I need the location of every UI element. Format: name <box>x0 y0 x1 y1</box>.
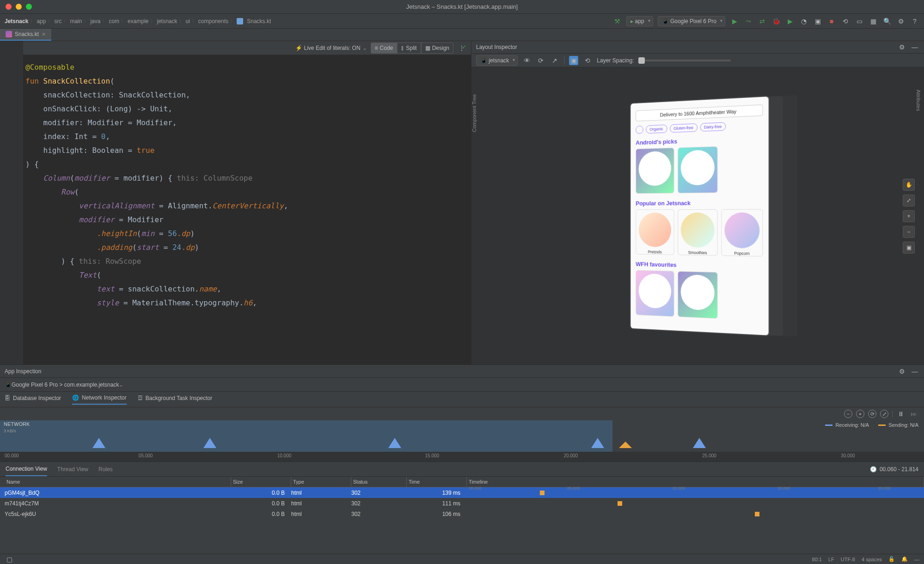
col-name[interactable]: Name <box>5 477 231 487</box>
breadcrumb-item[interactable]: src <box>54 18 61 24</box>
attributes-tab[interactable]: Attributes <box>914 86 923 115</box>
layout-inspector-pane: Layout Inspector ⚙ — 📱 jetsnack 👁 ⟳ ↗ ▣ … <box>471 41 924 364</box>
breadcrumb-item[interactable]: ui <box>186 18 190 24</box>
zoom-in-icon[interactable]: + <box>903 210 915 222</box>
search-icon[interactable]: 🔍 <box>882 17 892 26</box>
rotate-icon[interactable]: ⟲ <box>583 56 592 65</box>
zoom-out-icon[interactable]: − <box>903 226 915 238</box>
tab-connection-view[interactable]: Connection View <box>6 462 47 476</box>
main-toolbar: Jetsnack〉 app〉 src〉 main〉 java〉 com〉 exa… <box>0 14 924 29</box>
hide-panel-icon[interactable]: — <box>910 42 919 52</box>
refresh-icon[interactable]: ⟳ <box>536 56 545 65</box>
run-icon[interactable]: ▶ <box>730 17 739 26</box>
split-view-button[interactable]: ⫿ Split <box>397 42 421 54</box>
readonly-icon[interactable]: 🔓 <box>888 556 895 562</box>
maximize-window-button[interactable] <box>26 4 32 10</box>
code-content[interactable]: @Composable fun SnackCollection( snackCo… <box>0 55 471 315</box>
apply-code-changes-icon[interactable]: ⇄ <box>758 17 767 26</box>
tab-network-inspector[interactable]: 🌐 Network Inspector <box>72 394 127 405</box>
terminal-icon[interactable]: ▢ <box>5 555 14 564</box>
live-edit-toggle[interactable]: ⚡ Live Edit of literals: ON ⌄ <box>295 45 367 51</box>
coverage-icon[interactable]: ▶ <box>785 17 795 26</box>
gear-icon[interactable]: ⚙ <box>897 367 906 376</box>
pause-icon[interactable]: ⏸ <box>896 409 906 418</box>
gear-icon[interactable]: ⚙ <box>897 42 906 52</box>
col-type[interactable]: Type <box>291 477 351 487</box>
sync-icon[interactable]: ⟲ <box>841 17 850 26</box>
network-timeline[interactable]: NETWORK 3 KB/s Receiving: N/A Sending: N… <box>0 420 924 452</box>
tab-database-inspector[interactable]: 🗄 Database Inspector <box>5 395 61 404</box>
breadcrumb-item[interactable]: java <box>90 18 100 24</box>
3d-mode-icon[interactable]: ▣ <box>569 56 578 65</box>
zoom-out-timeline-icon[interactable]: − <box>844 410 852 418</box>
caret-position[interactable]: 80:1 <box>812 557 822 562</box>
breadcrumb-item[interactable]: app <box>37 18 46 24</box>
breadcrumb-item[interactable]: components <box>198 18 228 24</box>
layout-inspector-title: Layout Inspector <box>476 44 517 50</box>
editor-tabs: Snacks.kt ✕ <box>0 29 924 41</box>
list-icon: ☲ <box>138 395 143 401</box>
filter-chip: Dairy-free <box>700 122 726 131</box>
debug-icon[interactable]: 🐞 <box>771 17 781 26</box>
pan-icon[interactable]: ✋ <box>903 179 915 191</box>
gutter[interactable] <box>0 41 23 364</box>
tab-rules[interactable]: Rules <box>98 463 113 476</box>
memory-indicator[interactable]: — <box>914 557 919 562</box>
apply-changes-icon[interactable]: ⤳ <box>744 17 753 26</box>
settings-icon[interactable]: ⚙ <box>896 17 906 26</box>
build-icon[interactable]: ⚒ <box>612 17 622 26</box>
breadcrumb-item[interactable]: example <box>128 18 148 24</box>
notifications-icon[interactable]: 🔔 <box>901 556 908 562</box>
line-ending[interactable]: LF <box>828 557 834 562</box>
breadcrumb-item[interactable]: com <box>109 18 119 24</box>
snack-card <box>678 271 718 319</box>
jump-end-icon[interactable]: ⏭ <box>909 409 918 418</box>
component-tree-tab[interactable]: Component Tree <box>471 91 478 136</box>
run-config-selector[interactable]: ▸ app <box>626 16 653 26</box>
zoom-in-timeline-icon[interactable]: + <box>856 410 864 418</box>
help-icon[interactable]: ? <box>910 17 919 26</box>
breadcrumb-item[interactable]: jetsnack <box>157 18 177 24</box>
preview-area[interactable]: Component Tree Attributes Delivery to 16… <box>471 67 924 364</box>
tab-background-task-inspector[interactable]: ☲ Background Task Inspector <box>138 395 213 404</box>
device-process-selector[interactable]: 📱 Google Pixel 6 Pro > com.example.jetsn… <box>0 378 924 392</box>
table-row[interactable]: Yc5sL-ejk6U0.0 Bhtml302106 ms <box>0 509 924 519</box>
file-encoding[interactable]: UTF-8 <box>841 557 855 562</box>
status-bar: ▢ 80:1 LF UTF-8 4 spaces 🔓 🔔 — <box>0 554 924 564</box>
layer-spacing-slider[interactable] <box>638 60 731 61</box>
design-view-button[interactable]: ▦ Design <box>421 42 453 54</box>
indent-setting[interactable]: 4 spaces <box>862 557 882 562</box>
zoom-reset-icon[interactable]: ▣ <box>903 242 915 254</box>
export-icon[interactable]: ↗ <box>550 56 559 65</box>
minimize-window-button[interactable] <box>16 4 22 10</box>
stop-icon[interactable]: ■ <box>827 17 836 26</box>
code-view-button[interactable]: ≡ Code <box>371 42 398 54</box>
col-timeline[interactable]: Timeline 00.000 05.000 10.000 15.000 20.… <box>467 477 924 487</box>
breadcrumb-item[interactable]: Jetsnack <box>5 18 28 24</box>
hide-panel-icon[interactable]: — <box>910 367 919 376</box>
sdk-icon[interactable]: ▦ <box>869 17 878 26</box>
editor-tab[interactable]: Snacks.kt ✕ <box>0 29 51 41</box>
close-tab-icon[interactable]: ✕ <box>42 31 46 37</box>
breadcrumb-item[interactable]: Snacks.kt <box>247 18 271 24</box>
process-selector[interactable]: 📱 jetsnack <box>476 55 518 66</box>
col-time[interactable]: Time <box>407 477 467 487</box>
table-row[interactable]: m741tj4Cz7M0.0 Bhtml302111 ms <box>0 498 924 509</box>
avd-icon[interactable]: ▭ <box>855 17 864 26</box>
analysis-ok-icon[interactable]: ✓ <box>462 44 466 50</box>
col-size[interactable]: Size <box>231 477 291 487</box>
device-selector[interactable]: 📱 Google Pixel 6 Pro <box>658 16 725 26</box>
eye-icon[interactable]: 👁 <box>522 56 532 65</box>
app-inspection-icon[interactable]: ▣ <box>813 17 822 26</box>
traffic-lights <box>6 4 32 10</box>
profiler-icon[interactable]: ◔ <box>799 17 808 26</box>
close-window-button[interactable] <box>6 4 12 10</box>
reset-zoom-icon[interactable]: ⟳ <box>868 410 876 418</box>
run-device-name: Google Pixel 6 Pro <box>670 18 716 24</box>
delivery-bar: Delivery to 1600 Amphitheater Way <box>636 104 763 121</box>
col-status[interactable]: Status <box>351 477 407 487</box>
fit-zoom-icon[interactable]: ⤢ <box>880 410 888 418</box>
tab-thread-view[interactable]: Thread View <box>57 463 88 476</box>
zoom-fit-icon[interactable]: ⤢ <box>903 194 915 206</box>
breadcrumb-item[interactable]: main <box>70 18 82 24</box>
